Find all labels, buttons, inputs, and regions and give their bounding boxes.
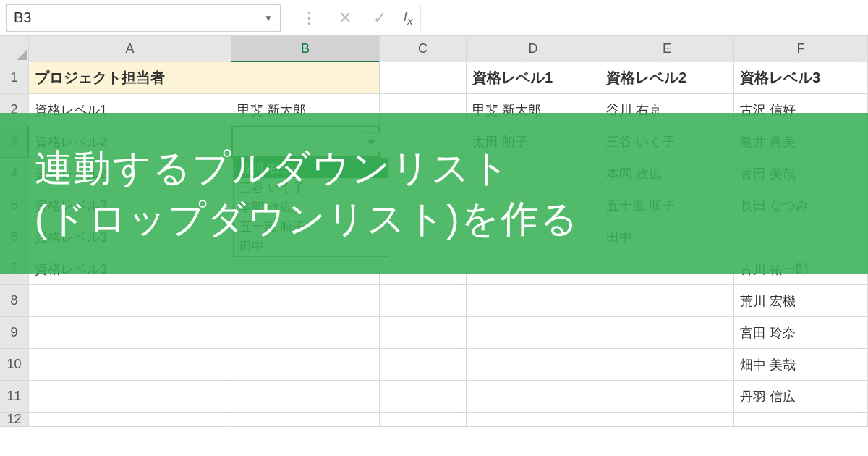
cell-F8[interactable]: 荒川 宏機 xyxy=(734,285,868,317)
enter-icon: ✓ xyxy=(369,7,391,29)
cell-D12[interactable] xyxy=(467,413,600,427)
col-header-E[interactable]: E xyxy=(600,36,734,62)
cell-B10[interactable] xyxy=(231,349,380,381)
cell-C8[interactable] xyxy=(380,285,467,317)
row-header-9[interactable]: 9 xyxy=(0,317,29,349)
formula-bar-row: B3 ▼ ⋮ ✕ ✓ fx xyxy=(0,0,868,36)
row-header-12[interactable]: 12 xyxy=(0,413,29,427)
cell-B12[interactable] xyxy=(231,413,380,427)
cell-D9[interactable] xyxy=(467,317,600,349)
row-header-10[interactable]: 10 xyxy=(0,349,29,381)
formula-input[interactable] xyxy=(420,5,862,31)
name-box-value: B3 xyxy=(14,9,31,26)
cell-B9[interactable] xyxy=(231,317,380,349)
cancel-icon: ✕ xyxy=(334,7,356,29)
cell-D1[interactable]: 資格レベル1 xyxy=(467,62,600,94)
row-header-8[interactable]: 8 xyxy=(0,285,29,317)
col-header-B[interactable]: B xyxy=(231,36,380,62)
cell-C1[interactable] xyxy=(380,62,467,94)
overlay-line-2: (ドロップダウンリスト)を作る xyxy=(35,193,868,244)
col-header-F[interactable]: F xyxy=(734,36,868,62)
row-header-11[interactable]: 11 xyxy=(0,381,29,413)
cell-F12[interactable] xyxy=(734,413,868,427)
select-all-corner[interactable] xyxy=(0,36,29,62)
chevron-down-icon[interactable]: ▼ xyxy=(264,13,273,23)
cell-C12[interactable] xyxy=(380,413,467,427)
fx-icon[interactable]: fx xyxy=(404,9,413,27)
col-header-C[interactable]: C xyxy=(380,36,467,62)
row-header-1[interactable]: 1 xyxy=(0,62,29,94)
cell-E1[interactable]: 資格レベル2 xyxy=(600,62,734,94)
cell-E8[interactable] xyxy=(600,285,734,317)
cell-A9[interactable] xyxy=(29,317,231,349)
cell-B8[interactable] xyxy=(231,285,380,317)
cell-D10[interactable] xyxy=(467,349,600,381)
cell-A10[interactable] xyxy=(29,349,231,381)
cell-E9[interactable] xyxy=(600,317,734,349)
cell-F1[interactable]: 資格レベル3 xyxy=(734,62,868,94)
kebab-icon[interactable]: ⋮ xyxy=(297,7,321,29)
cell-A11[interactable] xyxy=(29,381,231,413)
name-box[interactable]: B3 ▼ xyxy=(6,4,281,32)
cell-F10[interactable]: 畑中 美哉 xyxy=(734,349,868,381)
cell-A8[interactable] xyxy=(29,285,231,317)
cell-D8[interactable] xyxy=(467,285,600,317)
cell-F9[interactable]: 宮田 玲奈 xyxy=(734,317,868,349)
formula-controls: ⋮ ✕ ✓ fx xyxy=(297,7,413,29)
cell-C9[interactable] xyxy=(380,317,467,349)
cell-B11[interactable] xyxy=(231,381,380,413)
cell-E11[interactable] xyxy=(600,381,734,413)
cell-E10[interactable] xyxy=(600,349,734,381)
cell-C11[interactable] xyxy=(380,381,467,413)
col-header-D[interactable]: D xyxy=(467,36,600,62)
title-overlay: 連動するプルダウンリスト (ドロップダウンリスト)を作る xyxy=(0,113,868,274)
cell-A1[interactable]: プロジェクト担当者 xyxy=(29,62,380,94)
cell-C10[interactable] xyxy=(380,349,467,381)
cell-D11[interactable] xyxy=(467,381,600,413)
cell-E12[interactable] xyxy=(600,413,734,427)
cell-A12[interactable] xyxy=(29,413,231,427)
overlay-line-1: 連動するプルダウンリスト xyxy=(35,143,868,193)
col-header-A[interactable]: A xyxy=(29,36,231,62)
cell-F11[interactable]: 丹羽 信広 xyxy=(734,381,868,413)
